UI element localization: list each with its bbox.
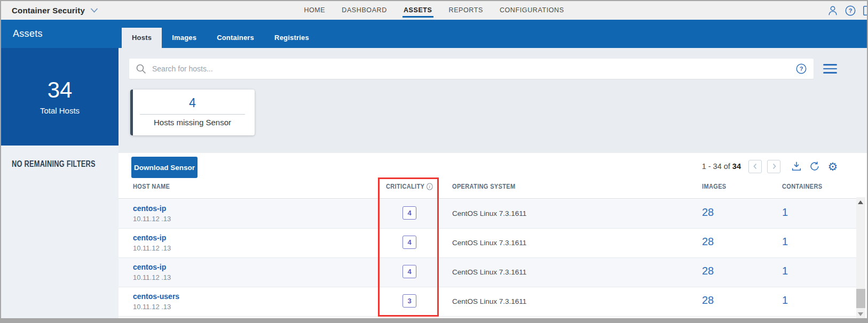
containers-count-link[interactable]: 1 [782,236,788,248]
notifications-icon[interactable] [862,4,867,17]
host-name-link[interactable]: centos-ip [133,263,166,271]
table-body: centos-ip 10.11.12 .13 4 CentOS Linux 7.… [119,199,856,317]
column-header-operating-system[interactable]: OPERATING SYSTEM [452,183,515,190]
nav-reports[interactable]: REPORTS [448,1,484,20]
table-header-row: HOST NAME CRITICALITYi OPERATING SYSTEM … [119,153,856,199]
containers-count-link[interactable]: 1 [782,265,788,277]
criticality-cell: 4 [367,265,452,278]
app-window: Container Security HOME DASHBOARD ASSETS… [1,1,867,318]
host-ip: 10.11.12 .13 [133,244,171,252]
criticality-badge[interactable]: 4 [403,206,416,220]
tab-containers[interactable]: Containers [207,28,264,48]
total-hosts-stat[interactable]: 34 Total Hosts [1,48,119,146]
page-title: Assets [13,20,43,48]
sidebar: 34 Total Hosts NO REMAINING FILTERS [1,48,119,318]
column-header-host-name[interactable]: HOST NAME [133,183,170,190]
images-count-link[interactable]: 28 [702,236,714,248]
table-row[interactable]: centos-users 10.11.12 .13 3 CentOS Linux… [119,287,856,317]
criticality-cell: 4 [367,236,452,249]
table-row[interactable]: centos-ip 10.11.12 .13 4 CentOS Linux 7.… [119,258,856,287]
search-icon [136,63,147,75]
menu-icon[interactable] [823,63,837,75]
total-hosts-value: 34 [48,79,73,101]
app-bar: Assets Hosts Images Containers Registrie… [1,20,867,48]
remaining-filters-label: NO REMAINING FILTERS [12,159,96,169]
host-ip: 10.11.12 .13 [133,215,171,223]
help-icon[interactable]: ? [844,4,857,17]
scrollbar-thumb[interactable] [856,289,865,308]
search-help-icon[interactable]: ? [795,63,807,75]
tab-registries[interactable]: Registries [264,28,319,48]
host-name-link[interactable]: centos-ip [133,204,166,213]
criticality-cell: 4 [367,206,452,220]
criticality-cell: 3 [367,294,452,308]
search-input[interactable] [152,64,790,73]
table-row[interactable]: centos-ip 10.11.12 .13 4 CentOS Linux 7.… [119,229,856,258]
nav-configurations[interactable]: CONFIGURATIONS [499,1,565,20]
info-icon[interactable]: i [427,183,433,190]
missing-sensor-label: Hosts missing Sensor [130,118,255,127]
criticality-badge[interactable]: 3 [403,294,416,308]
filter-area: ? 4 Hosts missing Sensor [119,48,867,153]
hosts-table-area: Download Sensor 1 - 34 of34 [119,153,867,318]
criticality-badge[interactable]: 4 [403,265,416,278]
operating-system-cell: CentOS Linux 7.3.1611 [452,239,526,247]
table-row[interactable]: centos-ip 10.11.12 .13 4 CentOS Linux 7.… [119,199,856,229]
tab-images[interactable]: Images [162,28,207,48]
main-content: ? 4 Hosts missing Sensor Download Sensor… [119,48,867,318]
nav-assets[interactable]: ASSETS [403,1,433,20]
operating-system-cell: CentOS Linux 7.3.1611 [452,268,526,276]
column-header-containers[interactable]: CONTAINERS [782,183,822,190]
top-bar: Container Security HOME DASHBOARD ASSETS… [1,1,867,20]
criticality-badge[interactable]: 4 [403,236,416,249]
column-header-images[interactable]: IMAGES [702,183,727,190]
asset-tabs: Hosts Images Containers Registries [122,28,319,48]
host-ip: 10.11.12 .13 [133,273,171,281]
column-header-criticality[interactable]: CRITICALITYi [372,183,447,190]
top-navigation: HOME DASHBOARD ASSETS REPORTS CONFIGURAT… [1,1,867,20]
scroll-down-arrow-icon[interactable] [858,312,863,316]
total-hosts-label: Total Hosts [40,106,80,115]
svg-text:?: ? [849,7,853,14]
svg-text:i: i [429,184,431,190]
images-count-link[interactable]: 28 [702,265,714,277]
containers-count-link[interactable]: 1 [782,294,788,306]
images-count-link[interactable]: 28 [702,206,714,219]
images-count-link[interactable]: 28 [702,294,714,306]
missing-sensor-count: 4 [130,96,255,110]
host-ip: 10.11.12 .13 [133,303,171,311]
containers-count-link[interactable]: 1 [782,206,788,219]
hosts-missing-sensor-card[interactable]: 4 Hosts missing Sensor [130,90,255,135]
tab-hosts[interactable]: Hosts [122,28,162,48]
vertical-scrollbar[interactable] [856,197,865,318]
operating-system-cell: CentOS Linux 7.3.1611 [452,297,526,305]
nav-dashboard[interactable]: DASHBOARD [341,1,388,20]
card-divider [140,114,245,115]
operating-system-cell: CentOS Linux 7.3.1611 [452,209,526,217]
user-icon[interactable] [826,4,839,17]
nav-home[interactable]: HOME [303,1,326,20]
host-name-link[interactable]: centos-users [133,292,179,301]
scroll-up-arrow-icon[interactable] [858,200,863,204]
host-name-link[interactable]: centos-ip [133,233,166,242]
topbar-icons: ? [826,1,867,20]
search-bar: ? [129,59,814,79]
svg-text:?: ? [800,66,803,72]
